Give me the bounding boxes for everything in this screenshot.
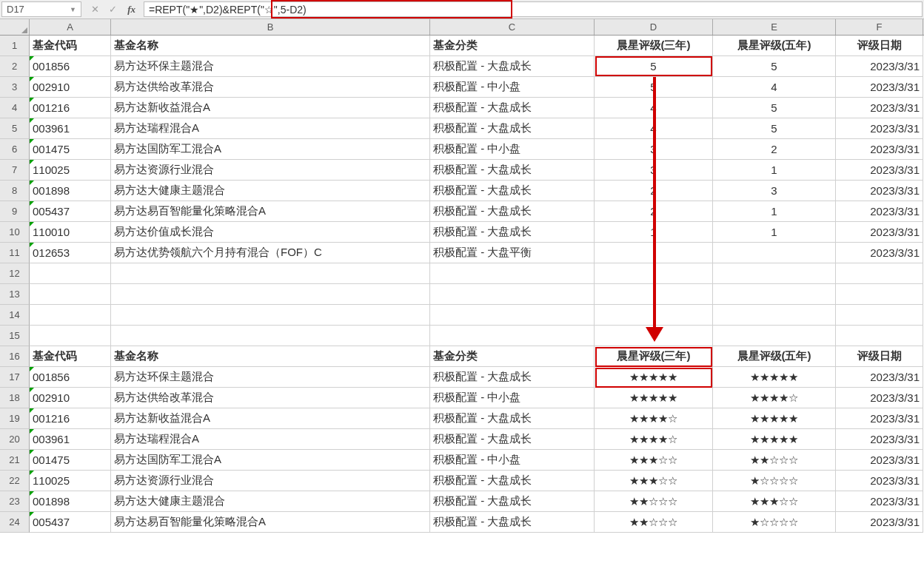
cell[interactable]: 积极配置 - 大盘成长 <box>430 471 595 491</box>
cell[interactable]: 评级日期 <box>836 346 923 367</box>
row-header[interactable]: 1 <box>0 36 30 56</box>
row-header[interactable]: 8 <box>0 181 30 201</box>
cell[interactable]: 2023/3/31 <box>836 429 923 450</box>
row-header[interactable]: 15 <box>0 326 30 346</box>
cell[interactable]: 易方达大健康主题混合 <box>111 491 430 512</box>
cell[interactable]: 001856 <box>30 367 111 388</box>
cell[interactable]: 2023/3/31 <box>836 118 923 139</box>
cell[interactable]: ★★★★★ <box>595 367 713 388</box>
cell[interactable]: ★★★☆☆ <box>713 491 836 512</box>
cell[interactable]: 2023/3/31 <box>836 408 923 429</box>
cell[interactable]: 001898 <box>30 181 111 201</box>
col-header-a[interactable]: A <box>30 19 111 35</box>
cell[interactable]: 3 <box>713 181 836 201</box>
row-header[interactable]: 20 <box>0 429 30 450</box>
chevron-down-icon[interactable]: ▼ <box>70 6 76 13</box>
cell[interactable]: 易方达国防军工混合A <box>111 139 430 160</box>
cell[interactable]: 易方达国防军工混合A <box>111 450 430 471</box>
cell[interactable]: 003961 <box>30 429 111 450</box>
row-header[interactable]: 6 <box>0 139 30 160</box>
cell[interactable]: ★★★★☆ <box>713 388 836 408</box>
cell[interactable] <box>595 284 713 305</box>
cell[interactable]: 3 <box>595 139 713 160</box>
cell[interactable]: 002910 <box>30 77 111 98</box>
cell[interactable]: 2 <box>595 201 713 222</box>
cell[interactable]: ★★★★★ <box>713 408 836 429</box>
cell[interactable]: 晨星评级(五年) <box>713 346 836 367</box>
row-header[interactable]: 4 <box>0 98 30 118</box>
cell[interactable] <box>430 284 595 305</box>
cell[interactable]: 1 <box>713 160 836 181</box>
cell[interactable]: 易方达易百智能量化策略混合A <box>111 512 430 533</box>
row-header[interactable]: 18 <box>0 388 30 408</box>
cell[interactable]: 1 <box>713 201 836 222</box>
cancel-icon[interactable]: ✕ <box>87 2 102 17</box>
cell[interactable]: 易方达供给改革混合 <box>111 388 430 408</box>
cell[interactable]: 2023/3/31 <box>836 222 923 243</box>
cell[interactable]: 2023/3/31 <box>836 471 923 491</box>
row-header[interactable]: 14 <box>0 305 30 326</box>
row-header[interactable]: 2 <box>0 56 30 77</box>
cell[interactable]: 3 <box>595 160 713 181</box>
cell[interactable]: 易方达供给改革混合 <box>111 77 430 98</box>
cell[interactable]: 002910 <box>30 388 111 408</box>
cell[interactable]: 001475 <box>30 139 111 160</box>
cell[interactable]: ★★☆☆☆ <box>595 491 713 512</box>
col-header-d[interactable]: D <box>595 19 713 35</box>
cell[interactable]: 晨星评级(三年) <box>595 36 713 56</box>
row-header[interactable]: 16 <box>0 346 30 367</box>
cell[interactable]: 基金名称 <box>111 36 430 56</box>
cell[interactable] <box>30 284 111 305</box>
cell[interactable]: ★★★★★ <box>595 388 713 408</box>
cell[interactable]: 110025 <box>30 160 111 181</box>
cell[interactable] <box>836 263 923 284</box>
row-header[interactable]: 12 <box>0 263 30 284</box>
cell[interactable] <box>111 263 430 284</box>
cell[interactable] <box>713 305 836 326</box>
cell[interactable]: 2023/3/31 <box>836 491 923 512</box>
row-header[interactable]: 19 <box>0 408 30 429</box>
cell[interactable] <box>111 284 430 305</box>
cell[interactable]: 5 <box>713 98 836 118</box>
row-header[interactable]: 7 <box>0 160 30 181</box>
cell[interactable]: 积极配置 - 大盘成长 <box>430 408 595 429</box>
cell[interactable]: 积极配置 - 大盘成长 <box>430 367 595 388</box>
cell[interactable]: ★★★☆☆ <box>595 471 713 491</box>
cell[interactable] <box>595 263 713 284</box>
cell[interactable]: 003961 <box>30 118 111 139</box>
cell[interactable]: 易方达大健康主题混合 <box>111 181 430 201</box>
row-header[interactable]: 11 <box>0 243 30 263</box>
insert-function-icon[interactable]: fx <box>124 2 139 17</box>
cell[interactable]: 基金分类 <box>430 36 595 56</box>
col-header-c[interactable]: C <box>430 19 595 35</box>
cell[interactable]: 积极配置 - 中小盘 <box>430 139 595 160</box>
cell[interactable]: ★★★★☆ <box>595 408 713 429</box>
cell[interactable]: 5 <box>595 77 713 98</box>
cell[interactable] <box>713 326 836 346</box>
cell[interactable]: 积极配置 - 大盘成长 <box>430 429 595 450</box>
cell[interactable] <box>836 305 923 326</box>
cell[interactable] <box>430 326 595 346</box>
cell[interactable] <box>713 263 836 284</box>
cell[interactable]: 易方达环保主题混合 <box>111 367 430 388</box>
cell[interactable]: ★★★★☆ <box>595 429 713 450</box>
row-header[interactable]: 17 <box>0 367 30 388</box>
cell[interactable]: 积极配置 - 大盘成长 <box>430 98 595 118</box>
row-header[interactable]: 21 <box>0 450 30 471</box>
cell[interactable]: 2023/3/31 <box>836 201 923 222</box>
cell[interactable]: 2023/3/31 <box>836 388 923 408</box>
cell[interactable]: ★★★★★ <box>713 367 836 388</box>
cell[interactable]: 2 <box>595 181 713 201</box>
col-header-f[interactable]: F <box>836 19 923 35</box>
cell[interactable]: 5 <box>713 56 836 77</box>
row-header[interactable]: 22 <box>0 471 30 491</box>
row-header[interactable]: 9 <box>0 201 30 222</box>
cell[interactable]: 积极配置 - 中小盘 <box>430 77 595 98</box>
cell[interactable]: 005437 <box>30 512 111 533</box>
cell[interactable]: 001216 <box>30 98 111 118</box>
cell[interactable]: 001475 <box>30 450 111 471</box>
cell[interactable]: 4 <box>595 98 713 118</box>
cell[interactable] <box>30 326 111 346</box>
cell[interactable]: 2023/3/31 <box>836 512 923 533</box>
cell[interactable]: 2023/3/31 <box>836 139 923 160</box>
